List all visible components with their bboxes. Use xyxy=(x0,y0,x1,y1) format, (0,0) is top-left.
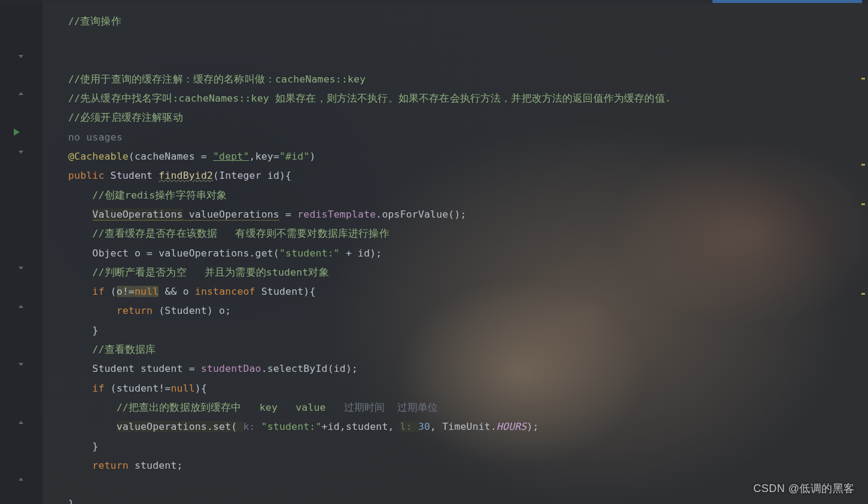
expr-o-notnull: o!= xyxy=(117,286,135,297)
field-redisTemplate: redisTemplate xyxy=(297,209,376,220)
fold-up-icon[interactable] xyxy=(17,304,26,312)
keyword-if: if xyxy=(92,286,104,297)
warning-marker[interactable] xyxy=(861,293,865,295)
fold-up-icon[interactable] xyxy=(17,476,26,485)
code-comment: value xyxy=(296,402,325,413)
code-comment: key xyxy=(260,402,278,413)
inlay-hint-expire-time: 过期时间 xyxy=(326,402,385,413)
keyword-public: public xyxy=(68,170,105,181)
method-def-findByid2: findByid2 xyxy=(159,170,213,181)
code-token: ){ xyxy=(195,383,207,394)
run-gutter-icon[interactable] xyxy=(12,128,22,136)
keyword-return: return xyxy=(117,305,153,316)
string-literal: "dept" xyxy=(213,151,249,162)
static-hours: HOURS xyxy=(497,421,526,432)
code-token: = xyxy=(279,209,297,220)
keyword-null: null xyxy=(135,286,159,297)
code-comment: //查询操作 xyxy=(68,16,121,27)
keyword-if: if xyxy=(92,383,104,394)
code-editor[interactable]: //查询操作 //使用于查询的缓存注解：缓存的名称叫做：cacheNames::… xyxy=(43,0,868,504)
code-token: (student!= xyxy=(105,383,171,394)
code-token: Student){ xyxy=(255,286,316,297)
fold-down-icon[interactable] xyxy=(17,361,26,369)
string-literal: "#id" xyxy=(279,151,309,162)
code-token: ) xyxy=(309,151,315,162)
code-token: ( xyxy=(213,170,219,181)
fold-down-icon[interactable] xyxy=(17,53,26,62)
code-token: ,key= xyxy=(249,151,279,162)
code-comment: //把查出的数据放到缓存中 xyxy=(117,402,260,413)
code-comment: //先从缓存中找名字叫:cacheNames::key xyxy=(68,93,275,104)
watermark: CSDN @低调的黑客 xyxy=(753,481,855,496)
warning-marker[interactable] xyxy=(861,78,865,80)
code-token: +id,student, xyxy=(322,421,400,432)
code-token: valueOperations.set( xyxy=(117,421,243,432)
var-valueoperations: valueOperations xyxy=(183,209,279,221)
code-token: (cacheNames = xyxy=(129,151,213,162)
code-token: o = valueOperations.get( xyxy=(129,248,279,259)
code-comment: //查看数据库 xyxy=(92,344,156,355)
ide-editor-shell: //查询操作 //使用于查询的缓存注解：缓存的名称叫做：cacheNames::… xyxy=(0,0,868,504)
code-comment: //判断产看是否为空 并且为需要的student对象 xyxy=(92,267,328,278)
type-object: Object xyxy=(92,248,129,259)
field-studentDao: studentDao xyxy=(201,363,261,374)
brace-open: { xyxy=(285,170,291,181)
keyword-return: return xyxy=(92,460,129,471)
warning-marker[interactable] xyxy=(861,203,865,205)
fold-down-icon[interactable] xyxy=(17,265,26,273)
keyword-null: null xyxy=(170,383,194,394)
code-token: && o xyxy=(159,286,195,297)
code-comment xyxy=(278,402,296,413)
warning-marker[interactable] xyxy=(861,164,865,166)
brace-close: } xyxy=(68,498,74,504)
code-token: (Student) o; xyxy=(153,305,231,316)
fold-up-icon[interactable] xyxy=(17,420,26,428)
code-comment: //使用于查询的缓存注解：缓存的名称叫做：cacheNames::key xyxy=(68,74,366,85)
code-token: ( xyxy=(105,286,117,297)
svg-marker-0 xyxy=(14,129,20,136)
inlay-hint-k: k: xyxy=(243,421,261,432)
code-token: , TimeUnit. xyxy=(430,421,497,432)
inlay-hint-expire-unit: 过期单位 xyxy=(385,402,438,413)
brace-close: } xyxy=(92,325,98,336)
code-token: ); xyxy=(526,421,538,432)
annotation-cacheable: @Cacheable xyxy=(68,151,129,162)
code-token: id) xyxy=(261,170,285,181)
code-token: .selectById(id); xyxy=(261,363,358,374)
brace-close: } xyxy=(92,441,98,452)
string-literal: "student:" xyxy=(261,421,322,432)
code-comment: //创建redis操作字符串对象 xyxy=(92,190,227,201)
editor-gutter[interactable] xyxy=(0,0,43,504)
fold-down-icon[interactable] xyxy=(17,149,26,157)
string-literal: "student:" xyxy=(279,248,340,259)
code-token: .opsForValue(); xyxy=(376,209,466,220)
number-literal: 30 xyxy=(418,421,430,432)
error-stripe[interactable] xyxy=(860,36,867,478)
inlay-hint-l: l: xyxy=(400,421,418,432)
keyword-instanceof: instanceof xyxy=(195,286,255,297)
usages-hint: no usages xyxy=(68,132,123,143)
code-content[interactable]: //查询操作 //使用于查询的缓存注解：缓存的名称叫做：cacheNames::… xyxy=(43,0,868,504)
code-token: + id); xyxy=(340,248,382,259)
fold-up-icon[interactable] xyxy=(17,91,26,99)
code-comment: //查看缓存是否存在该数据 有缓存则不需要对数据库进行操作 xyxy=(92,228,389,239)
code-comment: 如果存在，则方法不执行。如果不存在会执行方法，并把改方法的返回值作为缓存的值. xyxy=(275,93,671,104)
code-comment: //必须开启缓存注解驱动 xyxy=(68,112,183,123)
type-integer: Integer xyxy=(219,170,261,181)
type-valueoperations: ValueOperations xyxy=(92,209,182,221)
type-student: Student xyxy=(111,170,153,181)
code-token: Student student = xyxy=(92,363,201,374)
code-token: student; xyxy=(129,460,183,471)
active-tab-indicator xyxy=(712,0,862,3)
